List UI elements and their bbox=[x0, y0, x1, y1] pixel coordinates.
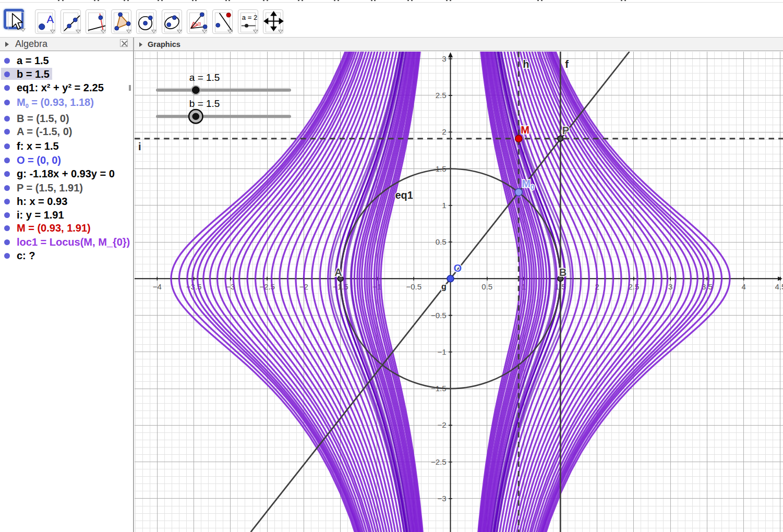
svg-text:1: 1 bbox=[442, 201, 446, 210]
svg-text:−3: −3 bbox=[437, 494, 446, 503]
svg-text:f: f bbox=[565, 58, 569, 70]
svg-text:A: A bbox=[46, 13, 54, 25]
svg-text:0.5: 0.5 bbox=[436, 237, 447, 246]
svg-text:i: i bbox=[138, 141, 141, 152]
svg-text:g: g bbox=[441, 282, 447, 291]
svg-text:3: 3 bbox=[668, 282, 672, 291]
svg-text:h: h bbox=[523, 58, 529, 70]
svg-text:α: α bbox=[198, 20, 201, 27]
svg-text:a = 1.5: a = 1.5 bbox=[189, 72, 220, 83]
svg-text:−1: −1 bbox=[437, 347, 446, 356]
svg-text:4: 4 bbox=[742, 282, 746, 291]
svg-text:2: 2 bbox=[442, 127, 446, 136]
svg-text:P: P bbox=[562, 125, 569, 136]
svg-text:−0.5: −0.5 bbox=[431, 311, 447, 320]
svg-text:a = 2: a = 2 bbox=[242, 14, 258, 21]
svg-text:B: B bbox=[559, 267, 567, 278]
svg-text:−0.5: −0.5 bbox=[406, 282, 421, 291]
svg-text:b = 1.5: b = 1.5 bbox=[189, 98, 220, 109]
svg-text:3: 3 bbox=[442, 54, 446, 63]
svg-text:−2.5: −2.5 bbox=[431, 457, 447, 466]
svg-text:A: A bbox=[334, 267, 342, 278]
svg-text:M: M bbox=[521, 124, 529, 136]
svg-text:−2: −2 bbox=[437, 420, 446, 429]
svg-text:−4: −4 bbox=[153, 282, 162, 291]
svg-text:O: O bbox=[454, 262, 462, 274]
svg-text:0.5: 0.5 bbox=[481, 282, 492, 291]
svg-text:2.5: 2.5 bbox=[436, 91, 447, 100]
svg-text:4.5: 4.5 bbox=[775, 282, 783, 291]
svg-text:eq1: eq1 bbox=[395, 189, 413, 201]
